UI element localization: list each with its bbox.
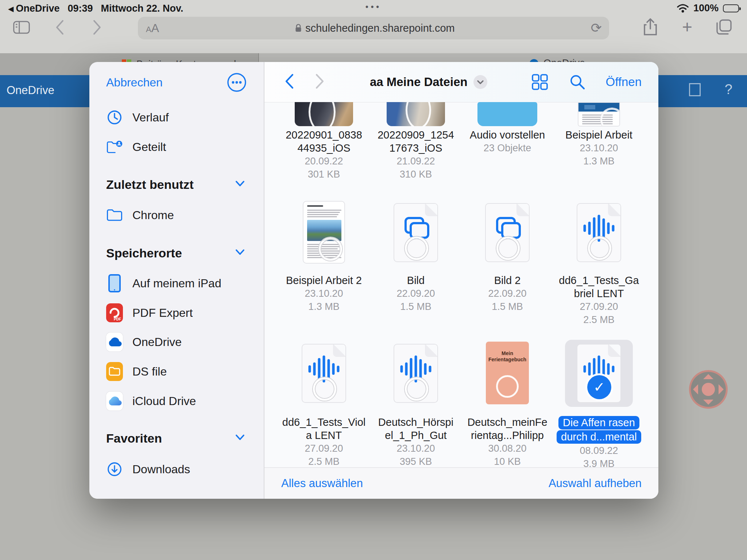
sidebar-item-chrome[interactable]: Chrome [89,203,264,227]
assistive-dpad[interactable] [689,370,728,409]
sidebar-section-speicherorte[interactable]: Speicherorte [89,241,264,265]
dpad-center-icon[interactable] [702,383,715,396]
cancel-button[interactable]: Abbrechen [106,76,163,89]
search-button[interactable] [569,73,586,91]
dpad-left-icon[interactable] [693,384,698,394]
thumbnail-title: MeinFerientagebuch [486,350,529,363]
picker-forward-icon[interactable] [314,73,326,92]
document-thumbnail [578,102,620,127]
back-to-app-chip[interactable]: ◀ OneDrive [8,3,59,14]
file-meta: 21.09.22 [370,155,461,168]
pdf-expert-icon: PDF [106,304,123,321]
back-to-app-label: OneDrive [16,3,59,14]
new-tab-icon[interactable]: + [682,18,692,36]
folder-menu-button[interactable] [473,75,487,89]
file-meta: 23 Objekte [462,141,553,155]
status-bar: ◀ OneDrive 09:39 Mittwoch 22. Nov. ••• 1… [0,0,747,15]
sidebar-item-label: Auf meinem iPad [132,277,221,290]
file-meta: 1.5 MB [462,300,553,313]
file-name: Deutsch_meinFe [462,416,553,429]
lock-icon [295,24,302,32]
url-text: schulehedingen.sharepoint.com [305,22,455,34]
browser-back-icon[interactable] [51,19,68,36]
file-name: 20220909_1254 [370,128,461,141]
clock-icon [106,109,123,126]
file-meta: 23.10.20 [278,287,369,300]
sidebar-item-ds-file[interactable]: DS file [89,359,264,384]
file-name: a LENT [278,429,369,442]
file-meta: 23.10.20 [370,442,461,455]
file-picker-dialog: Abbrechen Verlauf GeteiltZuletzt benutzt… [89,62,658,499]
grid-view-icon [531,73,549,91]
picker-sidebar: Abbrechen Verlauf GeteiltZuletzt benutzt… [89,62,264,499]
sidebar-item-label: Chrome [132,209,174,222]
file-meta: 27.09.20 [553,300,645,313]
dpad-down-icon[interactable] [703,400,713,405]
file-meta: 1.5 MB [370,300,461,313]
sidebar-section-favoriten[interactable]: Favoriten [89,426,264,450]
sidebar-item-label: Verlauf [132,111,169,124]
app-launcher-icon[interactable] [689,83,701,96]
file-meta: 22.09.20 [370,287,461,300]
photo-thumbnail [295,102,353,126]
section-label: Zuletzt benutzt [106,178,194,192]
file-meta: 30.08.20 [462,442,553,455]
sidebar-item-label: OneDrive [132,335,182,349]
reader-options-button[interactable]: AA [146,22,159,35]
file-meta: 2.5 MB [278,455,369,468]
open-button[interactable]: Öffnen [606,75,642,89]
sidebar-item-downloads[interactable]: Downloads [89,457,264,481]
sidebar-item-pdf-expert[interactable]: PDF PDF Expert [89,301,264,325]
file-name: dd6_1_Tests_Ga [553,274,645,287]
sidebar-item-label: DS file [132,365,167,378]
file-name: Bild 2 [462,274,553,287]
battery-icon [723,4,739,12]
dpad-up-icon[interactable] [703,374,713,379]
file-name: Bild [370,274,461,287]
file-meta: 27.09.20 [278,442,369,455]
sidebar-item-onedrive[interactable]: OneDrive [89,330,264,354]
onedrive-brand: OneDrive [7,84,54,97]
sidebar-item-auf-meinem-ipad[interactable]: Auf meinem iPad [89,271,264,295]
section-label: Favoriten [106,431,162,446]
file-meta: 1.3 MB [553,155,645,168]
tabs-overview-icon[interactable] [716,19,732,35]
clear-selection-button[interactable]: Auswahl aufheben [549,477,642,490]
file-name: 17673_iOS [370,141,461,155]
chevron-down-icon[interactable] [234,433,246,443]
share-icon[interactable] [642,19,659,35]
select-all-button[interactable]: Alles auswählen [281,477,363,490]
view-options-button[interactable] [531,73,549,91]
dpad-right-icon[interactable] [719,384,724,394]
folder-thumbnail [477,102,537,126]
address-bar[interactable]: AA schulehedingen.sharepoint.com ⟳ [138,17,609,39]
file-meta: 2.5 MB [553,313,645,326]
sidebar-item-geteilt[interactable]: Geteilt [89,135,264,159]
back-to-app-icon: ◀ [8,4,13,13]
more-options-button[interactable] [227,72,247,94]
browser-forward-icon[interactable] [89,19,106,36]
sidebar-toggle-icon[interactable] [13,19,30,36]
selected-check-icon: ✓ [587,375,611,399]
file-meta: 23.10.20 [553,141,645,155]
sidebar-item-verlauf[interactable]: Verlauf [89,105,264,129]
chevron-down-icon[interactable] [234,248,246,258]
picker-main: aa Meine Dateien Öffnen 20220901_0838449… [264,62,658,499]
onedrive-icon [106,334,123,350]
image-file-icon [485,203,530,262]
chevron-down-icon[interactable] [234,179,246,190]
sidebar-section-zuletzt-benutzt[interactable]: Zuletzt benutzt [89,172,264,197]
safari-chrome: ◀ OneDrive 09:39 Mittwoch 22. Nov. ••• 1… [0,0,747,53]
file-name: rientag...Philipp [462,429,553,442]
wifi-icon [677,4,689,13]
picker-back-icon[interactable] [283,73,295,92]
file-meta: 310 KB [370,168,461,181]
sidebar-item-icloud-drive[interactable]: iCloud Drive [89,389,264,413]
document-thumbnail: MeinFerientagebuch [486,342,529,404]
search-icon [569,73,586,91]
status-time: 09:39 [67,3,93,14]
file-name: Die Affen rasen [558,416,639,429]
reload-icon[interactable]: ⟳ [591,22,602,35]
picker-header: aa Meine Dateien Öffnen [264,62,658,102]
help-icon[interactable]: ? [725,82,732,97]
